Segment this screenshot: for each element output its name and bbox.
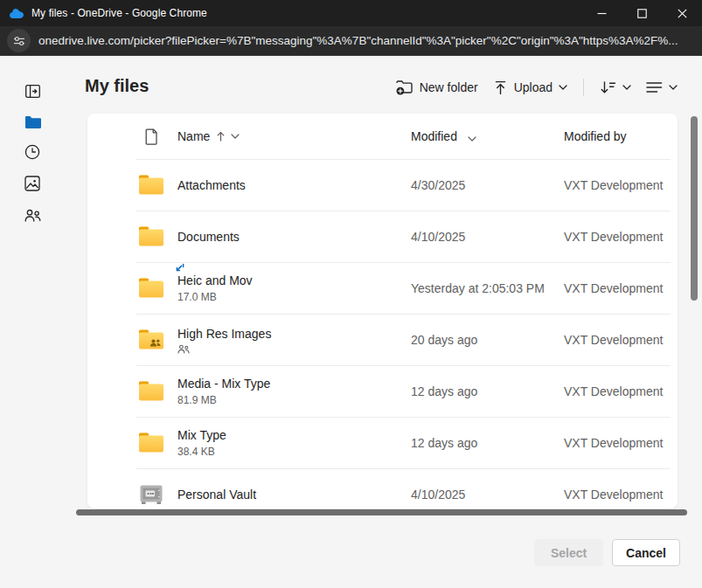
upload-icon [493, 80, 508, 95]
table-row[interactable]: Attachments 4/30/2025 VXT Development [87, 159, 678, 211]
modified-by: VXT Development [564, 436, 678, 450]
clock-icon [24, 144, 40, 160]
modified-date: 12 days ago [411, 436, 564, 450]
site-permissions-button[interactable] [7, 29, 31, 52]
sidebar-item-open-pane[interactable] [23, 81, 42, 100]
page-title: My files [85, 76, 149, 96]
cancel-button[interactable]: Cancel [612, 539, 680, 566]
modified-by: VXT Development [564, 333, 678, 347]
modified-date: 12 days ago [411, 384, 564, 398]
table-header-row: Name Modified Modified by [87, 114, 678, 159]
url-text: onedrive.live.com/picker?filePicker=%7B"… [38, 34, 678, 47]
window-titlebar: My files - OneDrive - Google Chrome [0, 0, 702, 26]
command-bar: New folder Upload [393, 74, 681, 100]
modified-by: VXT Development [564, 384, 678, 398]
open-pane-icon [25, 85, 40, 98]
document-icon [145, 128, 158, 145]
file-name: High Res Images [177, 326, 271, 342]
modified-date: 20 days ago [411, 333, 564, 347]
chevron-down-icon [231, 134, 240, 139]
vertical-scrollbar[interactable] [691, 116, 698, 301]
column-label: Name [177, 129, 210, 143]
modified-date: 4/10/2025 [411, 488, 564, 502]
folder-icon [138, 174, 164, 196]
chevron-down-icon [622, 85, 631, 90]
view-options-button[interactable] [643, 78, 681, 97]
column-header-modified-by[interactable]: Modified by [564, 129, 678, 143]
table-row[interactable]: Mix Type 38.4 KB 12 days ago VXT Develop… [87, 417, 678, 468]
file-name: Attachments [177, 177, 246, 193]
file-name: Personal Vault [177, 487, 256, 502]
new-folder-label: New folder [420, 80, 478, 94]
chevron-down-icon [669, 85, 678, 90]
file-size: 38.4 KB [177, 445, 411, 459]
table-row[interactable]: Heic and Mov 17.0 MB Yesterday at 2:05:0… [87, 262, 678, 314]
tune-icon [13, 35, 25, 47]
table-row[interactable]: Documents 4/10/2025 VXT Development [87, 211, 678, 262]
modified-by: VXT Development [564, 230, 678, 244]
chevron-down-icon [559, 85, 567, 90]
browser-window: My files - OneDrive - Google Chrome oned… [0, 0, 702, 588]
horizontal-scrollbar[interactable] [76, 509, 687, 515]
upload-label: Upload [514, 80, 553, 94]
sidebar-item-my-files[interactable] [23, 113, 42, 132]
upload-button[interactable]: Upload [490, 77, 571, 99]
folder-icon [24, 115, 41, 129]
file-name: Heic and Mov [177, 273, 253, 287]
file-size: 17.0 MB [177, 290, 411, 304]
people-icon [24, 209, 41, 222]
table-row[interactable]: Personal Vault 4/10/2025 VXT Development [87, 468, 678, 508]
sort-ascending-icon [217, 131, 225, 142]
shared-indicator-icon [177, 344, 411, 354]
recently-updated-icon [173, 263, 184, 274]
column-label: Modified by [564, 129, 627, 143]
maximize-button[interactable] [622, 0, 662, 26]
onedrive-logo-icon [10, 9, 24, 18]
chevron-down-icon [468, 136, 476, 142]
vault-icon [138, 484, 164, 505]
file-list: Name Modified Modified by [87, 114, 678, 508]
modified-by: VXT Development [564, 281, 678, 295]
picker-content: My files New folder Up [0, 56, 702, 588]
new-folder-icon [396, 80, 414, 95]
minimize-button[interactable] [581, 0, 622, 26]
file-name: Media - Mix Type [177, 376, 270, 391]
folder-icon [138, 225, 164, 247]
sort-button[interactable] [596, 77, 635, 98]
sidebar-item-photos[interactable] [23, 174, 42, 193]
folder-icon [138, 432, 164, 453]
modified-date: 4/30/2025 [411, 178, 564, 192]
modified-date: 4/10/2025 [411, 230, 564, 244]
column-label: Modified [411, 129, 457, 143]
folder-icon [138, 380, 164, 402]
table-row[interactable]: Media - Mix Type 81.9 MB 12 days ago VXT… [87, 365, 678, 417]
table-row[interactable]: High Res Images 20 days ago VXT Developm… [87, 314, 678, 365]
list-view-icon [646, 81, 663, 93]
shared-folder-icon [138, 329, 164, 350]
sidebar-item-shared[interactable] [23, 205, 42, 225]
image-icon [24, 176, 40, 191]
address-bar[interactable]: onedrive.live.com/picker?filePicker=%7B"… [0, 26, 702, 56]
modified-date: Yesterday at 2:05:03 PM [411, 281, 564, 295]
folder-icon [138, 277, 164, 299]
sort-icon [600, 80, 616, 94]
column-header-name[interactable]: Name [177, 129, 411, 143]
window-title: My files - OneDrive - Google Chrome [31, 7, 207, 19]
modified-by: VXT Development [564, 178, 678, 192]
select-button[interactable]: Select [534, 539, 603, 566]
column-header-modified[interactable]: Modified [411, 129, 564, 143]
toolbar-divider [583, 79, 584, 96]
new-folder-button[interactable]: New folder [393, 76, 482, 99]
file-size: 81.9 MB [177, 393, 411, 407]
sidebar-item-recent[interactable] [23, 142, 42, 162]
sidebar [0, 56, 74, 588]
file-name: Documents [177, 229, 240, 245]
close-button[interactable] [662, 0, 702, 26]
file-name: Mix Type [177, 427, 226, 443]
modified-by: VXT Development [564, 488, 678, 502]
